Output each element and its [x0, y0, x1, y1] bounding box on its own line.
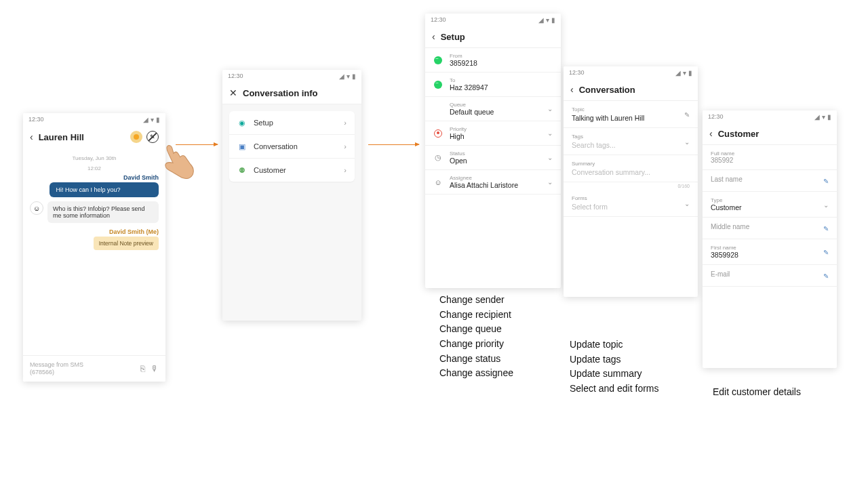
summary-field[interactable]: Summary Conversation summary... [564, 155, 698, 182]
status-icons: ◢▾▮ [143, 116, 160, 123]
clock: 12:30 [228, 73, 243, 79]
fullname-field[interactable]: Full name 385992 [703, 145, 837, 170]
topic-field[interactable]: Topic Talking with Lauren Hill ✎ [564, 101, 698, 128]
setup-title: Setup [441, 32, 554, 42]
status-bar: 12:30 ◢▾▮ [23, 113, 165, 125]
chevron-down-icon: ⌄ [684, 199, 690, 207]
chat-header: ‹ Lauren Hill [23, 125, 165, 148]
chevron-down-icon: ⌄ [684, 138, 690, 145]
chat-title: Lauren Hill [39, 132, 125, 142]
chevron-down-icon: ⌄ [547, 105, 553, 113]
from-field[interactable]: From3859218 [425, 48, 561, 73]
back-icon[interactable]: ‹ [709, 128, 713, 139]
caption-customer: Edit customer details [713, 385, 801, 400]
chat-time: 12:02 [30, 163, 159, 173]
customer-header: ‹ Customer [703, 123, 837, 145]
composer-input[interactable]: Message from SMS (678566) [30, 361, 135, 376]
chevron-down-icon: ⌄ [547, 154, 553, 161]
clock: 12:30 [431, 16, 446, 23]
status-icons: ◢▾▮ [675, 69, 692, 77]
chevron-right-icon: › [344, 166, 347, 174]
chevron-down-icon: ⌄ [823, 201, 829, 208]
conversation-title: Conversation [579, 85, 691, 95]
conversation-info-screen: 12:30 ◢▾▮ ✕ Conversation info ◉ Setup › … [222, 70, 361, 321]
clock: 12:30 [28, 116, 44, 123]
attach-icon[interactable]: ⎘ [140, 364, 145, 373]
conversation-screen: 12:30 ◢▾▮ ‹ Conversation Topic Talking w… [564, 66, 698, 297]
back-icon[interactable]: ‹ [30, 131, 33, 142]
chat-date: Tuesday, Jun 30th [30, 152, 159, 163]
message-composer[interactable]: Message from SMS (678566) ⎘ 🎙 [23, 355, 165, 382]
type-field[interactable]: Type Customer ⌄ [703, 192, 837, 218]
status-bar: 12:30 ◢▾▮ [425, 14, 561, 26]
mic-icon[interactable]: 🎙 [151, 364, 159, 373]
internal-note: Internal Note preview [94, 237, 159, 250]
info-header: ✕ Conversation info [222, 82, 361, 104]
conversation-icon: ▣ [237, 142, 247, 151]
status-bar: 12:30 ◢▾▮ [564, 66, 698, 79]
chat-body: Tuesday, Jun 30th 12:02 David Smith Hi! … [23, 148, 165, 254]
priority-high-icon [433, 129, 443, 138]
pencil-icon[interactable]: ✎ [823, 177, 829, 184]
status-icons: ◢▾▮ [339, 73, 356, 80]
email-field[interactable]: E-mail ✎ [703, 265, 837, 287]
setup-icon: ◉ [237, 118, 247, 127]
status-bar: 12:30 ◢▾▮ [703, 110, 837, 123]
customer-title: Customer [718, 129, 830, 139]
chevron-down-icon: ⌄ [547, 178, 553, 186]
to-field[interactable]: ToHaz 328947 [425, 73, 561, 97]
char-counter: 0/160 [564, 182, 698, 190]
queue-field[interactable]: QueueDefault queue ⌄ [425, 97, 561, 121]
customer-screen: 12:30 ◢▾▮ ‹ Customer Full name 385992 La… [703, 110, 837, 368]
whatsapp-icon [433, 56, 443, 64]
pencil-icon[interactable]: ✎ [823, 224, 829, 232]
outgoing-message: Hi! How can I help you? [50, 182, 159, 197]
incoming-message: Who is this? Infobip? Please send me som… [47, 201, 159, 223]
tags-field[interactable]: Tags Search tags... ⌄ [564, 128, 698, 155]
clock: 12:30 [569, 69, 585, 76]
menu-item-conversation[interactable]: ▣ Conversation › [229, 135, 355, 159]
pencil-icon[interactable]: ✎ [684, 110, 690, 118]
pencil-icon[interactable]: ✎ [823, 248, 829, 256]
status-open-icon: ◷ [433, 153, 443, 162]
sender-name: David Smith [30, 173, 159, 182]
chat-screen: 12:30 ◢▾▮ ‹ Lauren Hill Tuesday, Jun 30t… [23, 113, 165, 382]
status-icons: ◢▾▮ [814, 113, 831, 121]
info-title: Conversation info [243, 88, 355, 98]
customer-icon: ⚉ [237, 165, 247, 175]
chevron-right-icon: › [344, 119, 347, 127]
status-bar: 12:30 ◢▾▮ [222, 70, 361, 82]
avatar-icon: ☺ [30, 201, 43, 215]
clock: 12:30 [708, 113, 724, 120]
pencil-icon[interactable]: ✎ [823, 272, 829, 279]
menu-item-setup[interactable]: ◉ Setup › [229, 111, 355, 135]
chevron-right-icon: › [344, 142, 347, 150]
firstname-field[interactable]: First name 3859928 ✎ [703, 239, 837, 265]
presence-indicator [130, 131, 142, 143]
forms-field[interactable]: Forms Select form ⌄ [564, 190, 698, 217]
sender-me: David Smith (Me) [30, 227, 159, 237]
close-icon[interactable]: ✕ [229, 87, 237, 98]
info-menu: ◉ Setup › ▣ Conversation › ⚉ Customer › [229, 111, 355, 182]
arrow-icon [368, 144, 419, 145]
assignee-field[interactable]: ☺ AssigneeAlisa Attachi Laristore ⌄ [425, 170, 561, 195]
back-icon[interactable]: ‹ [570, 84, 574, 95]
conversation-header: ‹ Conversation [564, 79, 698, 101]
edit-conversation-icon[interactable] [146, 131, 159, 143]
chevron-down-icon: ⌄ [547, 129, 553, 137]
status-icons: ◢▾▮ [538, 16, 555, 24]
setup-screen: 12:30 ◢▾▮ ‹ Setup From3859218 ToHaz 3289… [425, 14, 561, 288]
setup-header: ‹ Setup [425, 26, 561, 48]
status-field[interactable]: ◷ StatusOpen ⌄ [425, 146, 561, 170]
caption-setup: Change sender Change recipient Change qu… [439, 293, 513, 381]
back-icon[interactable]: ‹ [432, 31, 435, 42]
pointer-hand-icon [159, 142, 197, 186]
whatsapp-icon [433, 81, 443, 89]
menu-item-customer[interactable]: ⚉ Customer › [229, 159, 355, 182]
caption-conversation: Update topic Update tags Update summary … [570, 338, 659, 396]
priority-field[interactable]: PriorityHigh ⌄ [425, 121, 561, 146]
lastname-field[interactable]: Last name ✎ [703, 170, 837, 192]
middlename-field[interactable]: Middle name ✎ [703, 218, 837, 239]
person-icon: ☺ [433, 178, 443, 186]
